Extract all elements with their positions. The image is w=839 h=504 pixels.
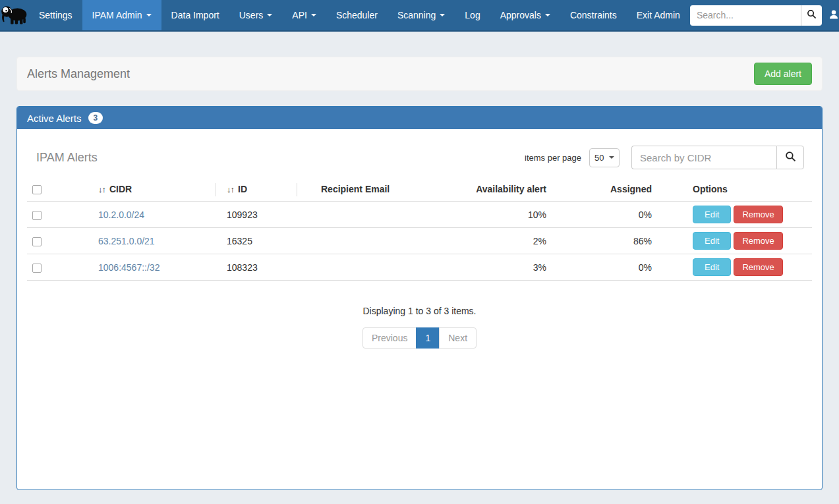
nav-item-constraints[interactable]: Constraints — [560, 0, 627, 30]
add-alert-button[interactable]: Add alert — [754, 63, 812, 85]
page-content: Alerts Management Add alert Active Alert… — [0, 57, 839, 490]
nav-item-label: Data Import — [171, 10, 219, 20]
nav-item-exit-admin[interactable]: Exit Admin — [627, 0, 690, 30]
nav-item-label: API — [292, 10, 307, 20]
column-label: Availability alert — [476, 184, 546, 194]
column-label: Recipient Email — [321, 184, 390, 194]
sort-icon: ↓↑ — [227, 184, 234, 194]
nav-item-approvals[interactable]: Approvals — [490, 0, 560, 30]
chevron-down-icon — [440, 14, 445, 16]
edit-button[interactable]: Edit — [693, 206, 731, 223]
edit-button[interactable]: Edit — [693, 232, 731, 250]
nav-item-label: Settings — [39, 10, 72, 20]
id-cell: 109923 — [216, 202, 297, 228]
row-checkbox[interactable] — [32, 211, 42, 220]
pagination-page-1[interactable]: 1 — [416, 327, 440, 349]
nav-item-label: Constraints — [570, 10, 617, 20]
remove-button[interactable]: Remove — [734, 258, 782, 276]
nav-item-api[interactable]: API — [282, 0, 326, 30]
column-label: Options — [693, 184, 728, 194]
page-title: Alerts Management — [27, 67, 130, 81]
cidr-link[interactable]: 10.2.0.0/24 — [98, 210, 144, 220]
panel-heading: Active Alerts 3 — [17, 107, 822, 129]
nav-item-label: IPAM Admin — [92, 10, 142, 20]
row-checkbox[interactable] — [32, 264, 42, 273]
nav-item-label: Exit Admin — [637, 10, 680, 20]
nav-item-log[interactable]: Log — [455, 0, 490, 30]
navbar-search-button[interactable] — [801, 5, 822, 26]
remove-button[interactable]: Remove — [734, 232, 782, 250]
nav-item-label: Users — [239, 10, 264, 20]
pagination-item: 1 — [417, 327, 440, 349]
pagination-previous[interactable]: Previous — [362, 327, 417, 349]
table-row: 63.251.0.0/21 16325 2% 86% EditRemove — [27, 228, 812, 254]
panel-body: IPAM Alerts items per page 50 — [17, 129, 822, 490]
cidr-search — [631, 146, 804, 169]
column-header-email: Recipient Email — [297, 177, 439, 202]
chevron-down-icon — [146, 14, 152, 16]
nav-item-settings[interactable]: Settings — [29, 0, 82, 30]
navbar-search-input[interactable] — [690, 5, 801, 26]
user-icon — [828, 9, 839, 22]
active-alerts-panel: Active Alerts 3 IPAM Alerts items per pa… — [16, 106, 823, 490]
pagination-next[interactable]: Next — [439, 327, 477, 349]
column-label: Assigned — [610, 184, 652, 194]
assigned-cell: 86% — [548, 228, 653, 254]
edit-button[interactable]: Edit — [693, 258, 731, 276]
search-icon — [785, 151, 796, 164]
toolbar-controls: items per page 50 — [525, 146, 804, 169]
column-header-options: Options — [653, 177, 812, 202]
nav-item-ipam-admin[interactable]: IPAM Admin — [82, 0, 161, 30]
alert-count-badge: 3 — [88, 112, 103, 124]
column-header-assigned: Assigned — [548, 177, 653, 202]
app-logo[interactable] — [0, 0, 29, 30]
table-heading: IPAM Alerts — [36, 151, 98, 165]
search-icon — [807, 9, 817, 21]
chevron-down-icon — [609, 156, 614, 159]
table-row: 10.2.0.0/24 109923 10% 0% EditRemove — [27, 202, 812, 228]
navbar-search — [690, 5, 822, 26]
table-header-row: ↓↑CIDR ↓↑ID Recipient Email Availability… — [27, 177, 812, 202]
chevron-down-icon — [267, 14, 272, 16]
select-all-checkbox[interactable] — [32, 185, 42, 194]
logo-elephant-icon — [0, 3, 29, 28]
top-navbar: Settings IPAM Admin Data Import Users AP… — [0, 0, 839, 32]
email-cell — [297, 202, 439, 228]
sort-icon: ↓↑ — [98, 184, 105, 194]
nav-item-scheduler[interactable]: Scheduler — [326, 0, 388, 30]
column-label: ID — [238, 184, 247, 194]
nav-item-data-import[interactable]: Data Import — [161, 0, 229, 30]
items-per-page-value: 50 — [594, 153, 604, 163]
table-footer: Displaying 1 to 3 of 3 items. Previous 1… — [27, 306, 812, 349]
email-cell — [297, 228, 439, 254]
user-menu[interactable] — [828, 9, 839, 22]
column-label: CIDR — [109, 184, 132, 194]
column-header-cidr[interactable]: ↓↑CIDR — [93, 177, 216, 202]
nav-item-label: Scheduler — [336, 10, 378, 20]
cidr-link[interactable]: 1006:4567::/32 — [98, 262, 159, 273]
nav-item-users[interactable]: Users — [229, 0, 283, 30]
availability-cell: 10% — [439, 202, 548, 228]
cidr-search-input[interactable] — [631, 146, 776, 169]
row-checkbox[interactable] — [32, 237, 42, 246]
pagination-item: Next — [440, 327, 477, 349]
table-row: 1006:4567::/32 108323 3% 0% EditRemove — [27, 254, 812, 281]
items-per-page-label: items per page — [525, 153, 581, 163]
column-header-availability: Availability alert — [439, 177, 548, 202]
table-toolbar: IPAM Alerts items per page 50 — [27, 146, 812, 169]
remove-button[interactable]: Remove — [734, 206, 782, 223]
cidr-link[interactable]: 63.251.0.0/21 — [98, 236, 155, 246]
email-cell — [297, 254, 439, 281]
nav-item-label: Approvals — [500, 10, 541, 20]
assigned-cell: 0% — [548, 254, 653, 281]
chevron-down-icon — [311, 14, 316, 16]
nav-item-scanning[interactable]: Scanning — [388, 0, 455, 30]
cidr-search-button[interactable] — [776, 146, 804, 169]
items-per-page-select[interactable]: 50 — [589, 148, 620, 167]
alerts-table: ↓↑CIDR ↓↑ID Recipient Email Availability… — [27, 177, 812, 281]
column-header-id[interactable]: ↓↑ID — [216, 177, 297, 202]
availability-cell: 2% — [439, 228, 548, 254]
nav-item-label: Log — [465, 10, 480, 20]
panel-title: Active Alerts — [27, 113, 82, 124]
pagination: Previous 1 Next — [362, 327, 477, 349]
